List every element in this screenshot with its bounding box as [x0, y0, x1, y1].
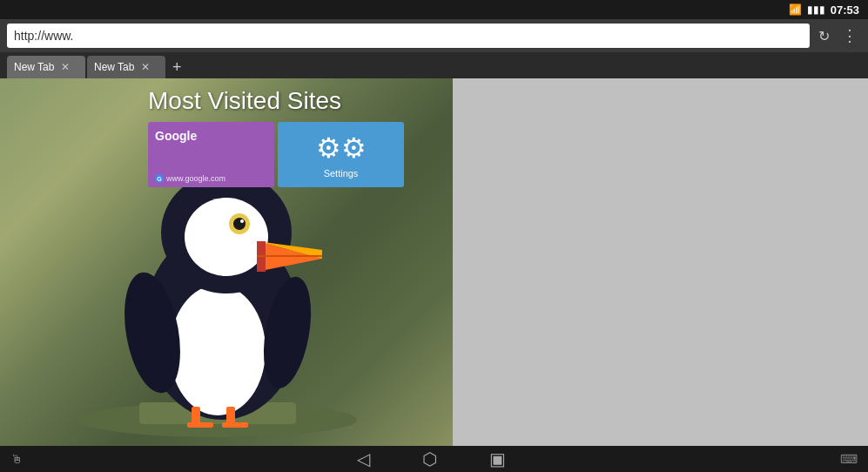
- back-button[interactable]: ◁: [357, 448, 370, 469]
- mouse-icon: 🖱: [10, 452, 23, 466]
- status-bar: 📶 ▮▮▮ 07:53: [0, 0, 868, 19]
- url-text: http://www.: [14, 29, 73, 43]
- system-bar: 🖱 ◁ ⬡ ▣ ⌨: [0, 446, 868, 472]
- mv-google-url: G www.google.com: [155, 174, 225, 183]
- mv-google-label: Google: [155, 129, 267, 143]
- reload-button[interactable]: ↻: [815, 24, 833, 48]
- tab-1-label: New Tab: [14, 61, 54, 73]
- most-visited-title: Most Visited Sites: [148, 87, 341, 115]
- settings-gear-icon: ⚙⚙: [316, 131, 367, 165]
- tab-1[interactable]: New Tab ✕: [7, 56, 85, 78]
- recent-apps-button[interactable]: ▣: [489, 448, 506, 469]
- status-time: 07:53: [831, 3, 859, 17]
- mv-google-favicon: G: [155, 174, 164, 183]
- svg-rect-16: [187, 422, 213, 428]
- tabs-row: New Tab ✕ New Tab ✕ +: [0, 52, 868, 78]
- menu-button[interactable]: ⋮: [838, 23, 861, 49]
- tab-2-close[interactable]: ✕: [139, 61, 151, 73]
- svg-rect-17: [226, 407, 235, 424]
- wifi-icon: 📶: [789, 3, 802, 16]
- most-visited-tiles: Google G www.google.com ⚙⚙ Settings: [148, 122, 404, 256]
- mv-tile-settings[interactable]: ⚙⚙ Settings: [278, 122, 404, 187]
- address-bar[interactable]: http://www.: [7, 24, 810, 48]
- svg-point-3: [170, 285, 266, 415]
- new-tab-button[interactable]: +: [167, 59, 187, 75]
- keyboard-icon: ⌨: [840, 452, 858, 466]
- tab-1-close[interactable]: ✕: [59, 61, 71, 73]
- address-row: http://www. ↻ ⋮: [0, 19, 868, 52]
- browser-content: Most Visited Sites Google G www.google.c…: [0, 78, 868, 446]
- settings-label: Settings: [324, 168, 359, 179]
- svg-rect-15: [192, 407, 200, 424]
- svg-rect-18: [222, 422, 248, 428]
- home-button[interactable]: ⬡: [422, 448, 437, 469]
- left-section: Most Visited Sites Google G www.google.c…: [0, 78, 453, 446]
- tab-2-label: New Tab: [94, 61, 134, 73]
- tab-2[interactable]: New Tab ✕: [87, 56, 165, 78]
- mv-tile-google[interactable]: Google G www.google.com: [148, 122, 274, 187]
- battery-icon: ▮▮▮: [807, 3, 825, 16]
